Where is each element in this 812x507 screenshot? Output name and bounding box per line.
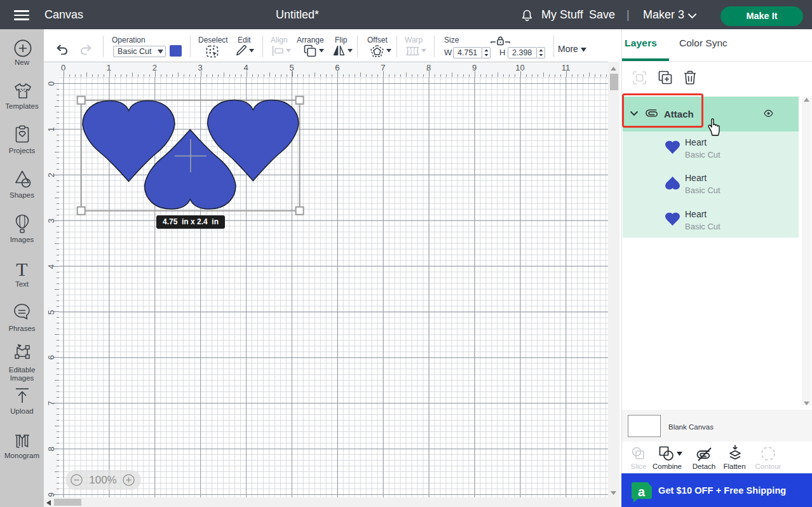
svg-text:a: a [638,485,646,499]
